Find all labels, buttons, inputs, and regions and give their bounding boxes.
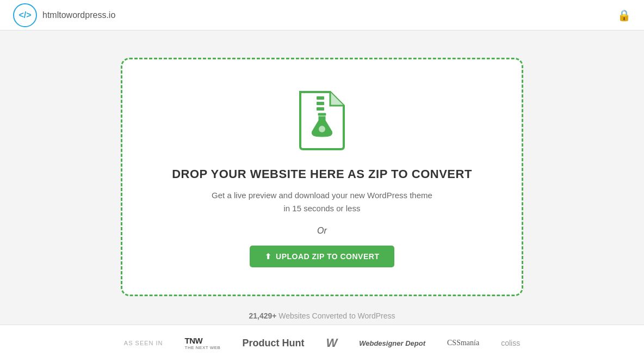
as-seen-label: AS SEEN IN [124,340,163,346]
brand-w: W [326,336,337,350]
header-left: </> htmltowordpress.io [13,3,115,27]
stats-count: 21,429+ [249,311,276,320]
drop-zone[interactable]: DROP YOUR WEBSITE HERE AS ZIP TO CONVERT… [121,58,523,296]
drop-subtitle: Get a live preview and download your new… [212,189,432,215]
svg-rect-0 [317,96,324,100]
svg-rect-1 [317,102,324,105]
brand-coliss: coliss [501,339,520,347]
drop-title: DROP YOUR WEBSITE HERE AS ZIP TO CONVERT [172,167,472,181]
stats-text: 21,429+ Websites Converted to WordPress [249,311,395,320]
footer-bar: AS SEEN IN TNW THE NEXT WEB Product Hunt… [0,325,644,361]
brand-webdesigner: Webdesigner Depot [359,339,425,347]
header-title: htmltowordpress.io [42,10,115,20]
zip-file-icon [295,87,349,152]
brand-cssmania: CSSmanía [447,339,479,347]
lock-icon: 🔒 [617,9,631,22]
svg-rect-4 [318,113,326,116]
stats-label: Websites Converted to WordPress [278,311,395,320]
upload-zip-button[interactable]: ⬆ UPLOAD ZIP TO CONVERT [250,246,395,267]
upload-icon: ⬆ [265,252,272,261]
brand-producthunt: Product Hunt [242,338,304,349]
header: </> htmltowordpress.io 🔒 [0,0,644,30]
main-content: DROP YOUR WEBSITE HERE AS ZIP TO CONVERT… [0,30,644,336]
logo-icon: </> [13,3,37,27]
svg-rect-2 [317,107,324,111]
or-text: Or [317,226,327,236]
brand-tnw: TNW THE NEXT WEB [185,336,221,350]
svg-point-3 [319,126,325,132]
zip-icon-wrap [295,87,349,154]
